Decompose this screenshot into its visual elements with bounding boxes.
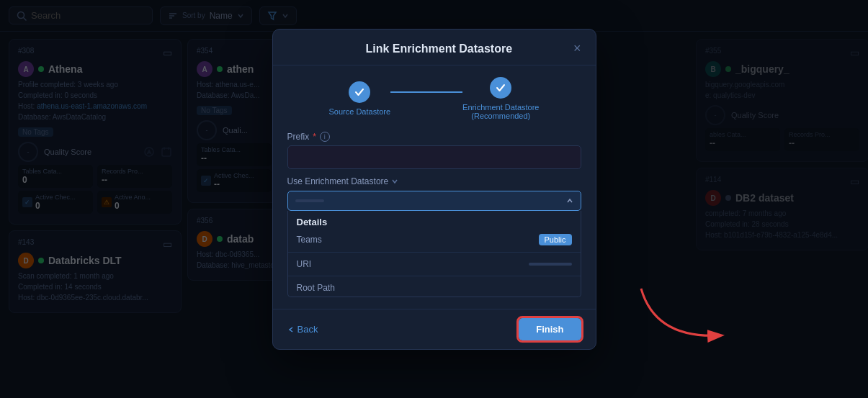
modal-footer: Back Finish [273, 309, 596, 349]
step1-circle [349, 81, 370, 103]
prefix-label: Prefix * i [287, 132, 581, 142]
stepper: Source Datastore Enrichment Datastore (R… [273, 65, 596, 132]
uri-row: URI [288, 255, 581, 273]
close-button[interactable]: × [573, 41, 581, 56]
step1-label: Source Datastore [329, 107, 391, 116]
dropdown-content: Details Teams Public URI Root Path [287, 211, 581, 297]
teams-row: Teams Public [288, 230, 581, 249]
details-title: Details [288, 211, 581, 230]
divider-2 [288, 276, 581, 276]
modal-title: Link Enrichment Datastore [305, 42, 573, 55]
modal-overlay: Link Enrichment Datastore × Source Datas… [0, 0, 868, 398]
info-icon: i [320, 132, 330, 142]
finish-button[interactable]: Finish [519, 318, 581, 340]
uri-value [529, 263, 572, 266]
step2-circle [490, 77, 511, 99]
enrichment-dropdown[interactable] [287, 191, 581, 211]
public-badge: Public [539, 234, 572, 245]
modal-body: Prefix * i Use Enrichment Datastore [273, 132, 596, 309]
step-2: Enrichment Datastore (Recommended) [462, 77, 539, 120]
teams-label: Teams [297, 235, 322, 245]
arrow-indicator [634, 281, 735, 349]
step-1: Source Datastore [329, 81, 391, 116]
chevron-left-icon [287, 326, 295, 333]
prefix-input[interactable] [287, 145, 581, 169]
chevron-up-icon [566, 197, 573, 204]
root-path-row: Root Path [288, 279, 581, 297]
uri-label: URI [297, 259, 312, 269]
step-line [390, 91, 462, 93]
required-indicator: * [313, 132, 316, 142]
root-path-label: Root Path [297, 283, 335, 293]
chevron-down-icon-3 [391, 178, 398, 185]
step2-label: Enrichment Datastore (Recommended) [462, 103, 539, 120]
modal-header: Link Enrichment Datastore × [273, 30, 596, 65]
back-button[interactable]: Back [287, 324, 318, 335]
modal: Link Enrichment Datastore × Source Datas… [272, 29, 596, 350]
use-enrichment-toggle[interactable]: Use Enrichment Datastore [287, 176, 581, 186]
divider-1 [288, 252, 581, 253]
